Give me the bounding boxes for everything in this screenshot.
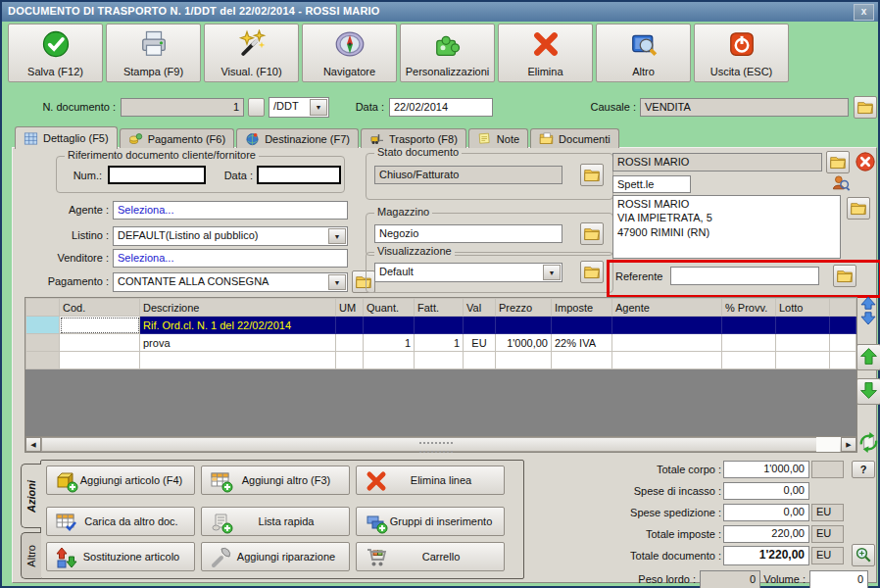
tab-pagamento[interactable]: Pagamento (F6) xyxy=(120,128,234,148)
table-row-selected[interactable]: Rif. Ord.cl. N. 1 del 22/02/2014 xyxy=(26,317,856,334)
carica-da-altro-doc-label: Carica da altro doc. xyxy=(63,515,177,527)
spese-spedizione-valuta: EU xyxy=(811,504,844,521)
tipo-documento-select[interactable]: /DDT ▼ xyxy=(269,97,329,118)
salva-button[interactable]: Salva (F12) xyxy=(8,24,103,82)
chevron-down-icon[interactable]: ▼ xyxy=(328,274,346,290)
magazzino-legend: Magazzino xyxy=(374,206,432,218)
listino-select[interactable]: DEFAULT(Listino al pubblico) ▼ xyxy=(113,226,348,246)
carrello-button[interactable]: Carrello xyxy=(356,542,505,571)
stato-folder-button[interactable] xyxy=(580,164,604,186)
scrollbar-thumb[interactable] xyxy=(41,437,825,452)
close-button[interactable]: x xyxy=(854,4,874,21)
referente-input[interactable] xyxy=(670,267,819,285)
sposta-riga-button[interactable] xyxy=(857,297,879,326)
volume-input[interactable]: 0 xyxy=(809,570,868,588)
navigatore-button[interactable]: Navigatore xyxy=(302,24,397,82)
totale-corpo-label: Totale corpo : xyxy=(537,464,721,475)
cliente-cerca-button[interactable] xyxy=(828,173,852,194)
altro-button[interactable]: Altro xyxy=(596,24,691,82)
table-row[interactable] xyxy=(26,352,856,369)
lista-rapida-label: Lista rapida xyxy=(237,515,315,527)
tipo-documento-value: /DDT xyxy=(273,100,299,112)
referente-folder-button[interactable] xyxy=(833,265,856,287)
col-descrizione: Descrizione xyxy=(140,299,336,317)
chevron-down-icon[interactable]: ▼ xyxy=(310,99,327,116)
carica-da-altro-doc-button[interactable]: Carica da altro doc. xyxy=(46,507,195,536)
rif-data-input[interactable] xyxy=(257,166,341,184)
visual-button[interactable]: Visual. (F10) xyxy=(204,24,299,82)
visualizzazione-legend: Visualizzazione xyxy=(374,245,455,257)
cliente-rimuovi-button[interactable] xyxy=(854,151,876,173)
cliente-indirizzo-box[interactable]: ROSSI MARIO VIA IMPIETRATA, 5 47900 RIMI… xyxy=(612,195,841,259)
scroll-left-icon[interactable]: ◀ xyxy=(25,437,41,452)
help-button[interactable]: ? xyxy=(852,461,875,478)
folder-icon xyxy=(836,268,854,285)
col-filler xyxy=(830,299,856,317)
personalizzazioni-button[interactable]: Personalizzazioni xyxy=(400,24,495,82)
elimina-linea-button[interactable]: Elimina linea xyxy=(356,466,505,495)
sostituzione-articolo-button[interactable]: Sostituzione articolo xyxy=(46,542,195,571)
titlebar[interactable]: DOCUMENTO DI TRASPORTO N. 1/DDT del 22/0… xyxy=(2,2,878,22)
pagamento-select[interactable]: CONTANTE ALLA CONSEGNA ▼ xyxy=(113,272,348,292)
main-toolbar: Salva (F12) Stampa (F9) Visual. (F10) Na… xyxy=(8,24,789,90)
tab-dettaglio[interactable]: Dettaglio (F5) xyxy=(15,126,118,149)
elimina-button[interactable]: Elimina xyxy=(498,24,593,82)
tab-azioni-verticale[interactable]: Azioni xyxy=(21,464,41,528)
tab-note[interactable]: Note xyxy=(468,128,528,148)
elimina-label: Elimina xyxy=(527,66,562,77)
gruppi-di-inserimento-button[interactable]: Gruppi di inserimento xyxy=(356,507,505,536)
red-delete-circle-icon xyxy=(855,151,876,174)
totale-imposte-label: Totale imposte : xyxy=(537,528,721,540)
totale-corpo-input: 1'000,00 xyxy=(723,461,809,478)
person-search-icon xyxy=(830,173,851,195)
cliente-folder-button[interactable] xyxy=(826,151,850,173)
cliente-titolo-input[interactable]: Spett.le xyxy=(612,175,691,193)
tab-trasporto[interactable]: Trasporto (F8) xyxy=(361,128,466,148)
pagamento-label: Pagamento : xyxy=(13,275,109,287)
aggiungi-riparazione-button[interactable]: Aggiungi riparazione xyxy=(201,542,350,571)
rif-num-input[interactable] xyxy=(108,166,206,184)
indirizzo-folder-button[interactable] xyxy=(847,197,870,220)
spese-incasso-label: Spese di incasso : xyxy=(537,485,721,497)
causale-folder-button[interactable] xyxy=(854,96,877,119)
red-x-icon xyxy=(531,29,561,59)
stato-input[interactable]: Chiuso/Fatturato xyxy=(374,166,562,184)
elimina-linea-label: Elimina linea xyxy=(389,474,471,486)
numero-piccolo-button[interactable] xyxy=(248,98,265,117)
scroll-right-icon[interactable]: ▶ xyxy=(841,437,856,452)
pagamento-value: CONTANTE ALLA CONSEGNA xyxy=(118,275,269,287)
grid-header-row: Cod. Descrizione UM Quant. Fatt. Val Pre… xyxy=(26,299,856,317)
causale-input[interactable]: VENDITA xyxy=(640,98,849,117)
chevron-down-icon[interactable]: ▼ xyxy=(328,228,346,244)
col-quant: Quant. xyxy=(364,299,415,317)
magazzino-input[interactable]: Negozio xyxy=(374,224,562,243)
visualizzazione-select[interactable]: Default ▼ xyxy=(374,263,562,282)
tab-documenti[interactable]: Documenti xyxy=(530,128,619,148)
venditore-input[interactable]: Seleziona... xyxy=(113,249,348,268)
lista-rapida-button[interactable]: Lista rapida xyxy=(201,507,350,536)
uscita-button[interactable]: Uscita (ESC) xyxy=(694,24,789,82)
table-row[interactable]: prova 1 1 EU 1'000,00 22% IVA xyxy=(26,334,856,352)
agente-input[interactable]: Seleziona... xyxy=(113,201,348,220)
dettaglio-totali-button[interactable] xyxy=(852,544,875,566)
tab-destinazione[interactable]: Destinazione (F7) xyxy=(236,128,359,148)
horizontal-scrollbar[interactable]: ◀ ▶ xyxy=(25,436,856,452)
magazzino-folder-button[interactable] xyxy=(580,222,604,245)
totale-corpo-unit-box xyxy=(811,461,844,478)
stampa-button[interactable]: Stampa (F9) xyxy=(106,24,201,82)
visualizzazione-folder-button[interactable] xyxy=(580,261,604,283)
aggiungi-articolo-button[interactable]: Aggiungi articolo (F4) xyxy=(46,466,195,495)
list-add-icon xyxy=(210,511,233,534)
aggiungi-altro-button[interactable]: Aggiungi altro (F3) xyxy=(201,466,350,495)
salva-label: Salva (F12) xyxy=(27,66,83,77)
data-input[interactable]: 22/02/2014 xyxy=(389,98,493,117)
aggiorna-button[interactable] xyxy=(856,430,880,456)
riga-giu-button[interactable] xyxy=(856,378,880,405)
peso-lordo-input[interactable]: 0 xyxy=(700,570,760,588)
chevron-down-icon[interactable]: ▼ xyxy=(543,265,561,280)
col-prezzo: Prezzo xyxy=(496,299,552,317)
tab-altro-verticale[interactable]: Altro xyxy=(21,532,41,579)
cliente-nome-input[interactable]: ROSSI MARIO xyxy=(612,153,822,172)
numero-documento-input[interactable]: 1 xyxy=(121,98,244,117)
riga-su-button[interactable] xyxy=(856,344,880,370)
